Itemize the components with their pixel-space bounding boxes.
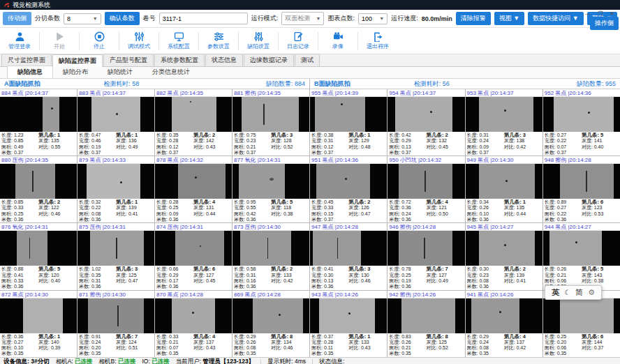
defect-cell[interactable]: 945 黑点 |20:14:27 长度: 0.30 宽度: 0.23 面积: 0… — [466, 223, 542, 289]
defect-cell[interactable]: 941 黑点 |20:14:26 长度: 0.29 宽度: 0.24 面积: 0… — [466, 291, 542, 357]
defect-mark — [116, 113, 118, 115]
clear-alarm-button[interactable]: 清除报警 — [456, 12, 491, 25]
defect-cell[interactable]: 875 压伤 |20:14:31 长度: 1.02 宽度: 0.35 面积: 0… — [78, 223, 154, 289]
gray-value: 灰度: 127 — [193, 273, 230, 278]
action-button[interactable]: 调试模式 — [119, 31, 158, 50]
close-button[interactable]: ✕ — [610, 10, 614, 17]
defect-cell[interactable]: 948 擦伤 |20:14:28 长度: 0.89 宽度: 0.27 面积: 0… — [543, 156, 620, 222]
meter-value: 米数: 0.36 — [156, 217, 193, 222]
defect-mark — [32, 171, 34, 192]
width-value: 宽度: 0.31 — [234, 273, 271, 278]
panel-title: B面缺陷抓拍 — [314, 79, 350, 89]
defect-cell[interactable]: 869 黑点 |20:14:28 长度: 0.29 宽度: 0.26 面积: 0… — [232, 291, 309, 357]
defect-cell[interactable]: 953 黑点 |20:14:37 长度: 0.31 宽度: 0.24 面积: 0… — [466, 89, 542, 156]
defect-cell[interactable]: 950 小凹坑 |20:14:32 长度: 0.72 宽度: 0.36 面积: … — [388, 156, 464, 222]
defect-cell[interactable]: 952 黑点 |20:14:36 长度: 0.27 宽度: 0.22 面积: 0… — [543, 89, 620, 156]
main-tab[interactable]: 系统参数配置 — [154, 54, 205, 66]
operator-side-button[interactable]: 操作侧 — [590, 17, 619, 30]
defect-cell[interactable]: 940 黑点 |20:14:26 长度: 0.25 宽度: 0.20 面积: 0… — [543, 291, 620, 357]
defect-cell[interactable]: 882 黑点 |20:14:35 长度: 0.35 宽度: 0.28 面积: 0… — [155, 89, 232, 156]
action-button[interactable]: 日志记录 — [279, 31, 318, 50]
width-value: 宽度: 0.33 — [1, 205, 38, 211]
defect-cell[interactable]: 947 黑点 |20:14:28 长度: 0.41 宽度: 0.30 面积: 0… — [310, 223, 387, 289]
defect-image — [155, 298, 232, 333]
contrast-value: 对比: 0.41 — [116, 211, 153, 217]
defect-sliders-icon — [253, 31, 264, 42]
width-value: 宽度: 0.21 — [545, 273, 582, 278]
main-tab[interactable]: 边缘数据记录 — [244, 54, 294, 66]
defect-cell[interactable]: 878 黑点 |20:14:32 长度: 0.28 宽度: 0.25 面积: 0… — [155, 156, 232, 222]
defect-cell[interactable]: 946 擦伤 |20:14:28 长度: 0.78 宽度: 0.25 面积: 0… — [388, 223, 464, 289]
main-tab[interactable]: 缺陷监控界面 — [52, 54, 103, 67]
action-button[interactable]: 参数设置 — [199, 31, 238, 50]
defect-info: 长度: 0.27 宽度: 0.22 面积: 0.07 米数: 0.37 第几条:… — [543, 132, 620, 156]
defect-cell[interactable]: 871 擦伤 |20:14:30 长度: 0.91 宽度: 0.24 面积: 0… — [78, 291, 154, 357]
defect-cell[interactable]: 949 黑点 |20:14:30 长度: 0.34 宽度: 0.26 面积: 0… — [466, 156, 542, 222]
defect-cell[interactable]: 879 黑点 |20:14:33 长度: 0.32 宽度: 0.22 面积: 0… — [78, 156, 154, 222]
strip-number: 第几条: 1 — [348, 334, 385, 340]
main-tab[interactable]: 尺寸监控界面 — [1, 54, 52, 66]
defect-cell[interactable]: 880 压伤 |20:14:35 长度: 0.85 宽度: 0.33 面积: 0… — [0, 156, 77, 222]
action-button[interactable]: 停止 — [80, 31, 119, 50]
strip-number: 第几条: 5 — [271, 199, 308, 205]
defect-cell[interactable]: 884 黑点 |20:14:37 长度: 1.23 宽度: 0.85 面积: 0… — [0, 89, 77, 156]
defect-image — [78, 231, 154, 266]
defect-info: 长度: 0.58 宽度: 0.31 面积: 0.16 米数: 0.36 第几条:… — [232, 266, 309, 289]
defect-mark — [430, 111, 432, 113]
defect-cell[interactable]: 881 擦伤 |20:14:35 长度: 0.75 宽度: 0.23 面积: 0… — [232, 89, 309, 156]
defect-cell[interactable]: 883 黑点 |20:14:37 长度: 0.47 宽度: 0.46 面积: 0… — [78, 89, 154, 156]
confirm-strips-button[interactable]: 确认条数 — [105, 12, 140, 25]
defect-cell[interactable]: 951 黑点 |20:14:36 长度: 0.45 宽度: 0.33 面积: 0… — [310, 156, 387, 222]
ime-english-toggle[interactable]: 英 — [552, 287, 559, 298]
ime-simplified-toggle[interactable]: 简 — [575, 287, 583, 298]
defect-image — [232, 231, 309, 266]
minimize-button[interactable]: — — [585, 10, 591, 17]
width-value: 宽度: 0.29 — [156, 273, 193, 278]
data-quick-access-menu-button[interactable]: 数据快捷访问 ▼ — [528, 12, 583, 25]
chart-points-select[interactable]: 100▼ — [358, 13, 388, 24]
main-tab[interactable]: 测试 — [295, 54, 320, 66]
roll-number-input[interactable] — [159, 13, 248, 24]
action-button[interactable]: 开始 — [40, 31, 79, 50]
defect-cell[interactable]: 874 压伤 |20:14:31 长度: 0.66 宽度: 0.29 面积: 0… — [155, 223, 232, 289]
main-tab[interactable]: 状态信息 — [205, 54, 243, 66]
defect-cell[interactable]: 872 黑点 |20:14:30 长度: 0.36 宽度: 0.27 面积: 0… — [0, 291, 77, 357]
sub-tab[interactable]: 分类信息统计 — [142, 66, 200, 78]
defect-cell[interactable]: 955 黑点 |20:14:39 长度: 0.38 宽度: 0.31 面积: 0… — [310, 89, 387, 156]
maximize-button[interactable]: ❐ — [598, 10, 603, 17]
gear-icon[interactable]: ⚙ — [588, 288, 595, 297]
action-button[interactable]: 录像 — [318, 31, 357, 50]
sub-tab[interactable]: 缺陷分布 — [53, 66, 98, 78]
defect-cell[interactable]: 873 压伤 |20:14:30 长度: 0.58 宽度: 0.31 面积: 0… — [232, 223, 309, 289]
material-band — [560, 298, 614, 333]
defect-info: 长度: 0.91 宽度: 0.24 面积: 0.20 米数: 0.35 第几条:… — [78, 333, 154, 357]
gray-value: 灰度: 120 — [38, 273, 75, 278]
view-menu-button[interactable]: 视图 ▼ — [494, 12, 524, 25]
sub-tab[interactable]: 缺陷信息 — [7, 66, 53, 78]
defect-image — [388, 97, 464, 132]
defect-cell[interactable]: 954 黑点 |20:14:37 长度: 0.42 宽度: 0.29 面积: 0… — [388, 89, 464, 156]
strip-number: 第几条: 6 — [193, 266, 230, 272]
action-button[interactable]: 管理登录 — [0, 31, 39, 50]
drive-side-button[interactable]: 传动侧 — [3, 12, 31, 25]
defect-cell[interactable]: 876 氧化 |20:14:31 长度: 0.88 宽度: 0.41 面积: 0… — [0, 223, 77, 289]
moon-icon[interactable]: ☾ — [564, 289, 570, 296]
run-mode-select[interactable]: 双面检测▼ — [281, 12, 324, 25]
defect-cell[interactable]: 943 黑点 |20:14:26 长度: 0.37 宽度: 0.28 面积: 0… — [310, 291, 387, 357]
defect-image — [0, 231, 77, 266]
action-label: 调试模式 — [128, 43, 150, 50]
action-button[interactable]: 缺陷设置 — [239, 31, 278, 50]
action-button[interactable]: 退出程序 — [358, 31, 397, 50]
defect-cell[interactable]: 870 黑点 |20:14:28 长度: 0.33 宽度: 0.21 面积: 0… — [155, 291, 232, 357]
defect-cell[interactable]: 944 黑点 |20:14:27 长度: 0.26 宽度: 0.21 面积: 0… — [543, 223, 620, 289]
defect-cell[interactable]: 877 氧化 |20:14:31 长度: 0.95 宽度: 0.55 面积: 0… — [232, 156, 309, 222]
main-tab[interactable]: 产品型号配置 — [103, 54, 154, 66]
action-button[interactable]: 系统配置 — [159, 31, 198, 50]
defect-cell[interactable]: 942 擦伤 |20:14:26 长度: 0.83 宽度: 0.26 面积: 0… — [388, 291, 464, 357]
strip-count-select[interactable]: 8▼ — [64, 13, 101, 24]
length-value: 长度: 0.95 — [234, 199, 271, 205]
sub-tab[interactable]: 缺陷统计 — [98, 66, 142, 78]
length-value: 长度: 0.32 — [79, 199, 116, 205]
run-speed-value: 80.0m/min — [422, 15, 452, 22]
strip-number: 第几条: 7 — [116, 334, 153, 340]
